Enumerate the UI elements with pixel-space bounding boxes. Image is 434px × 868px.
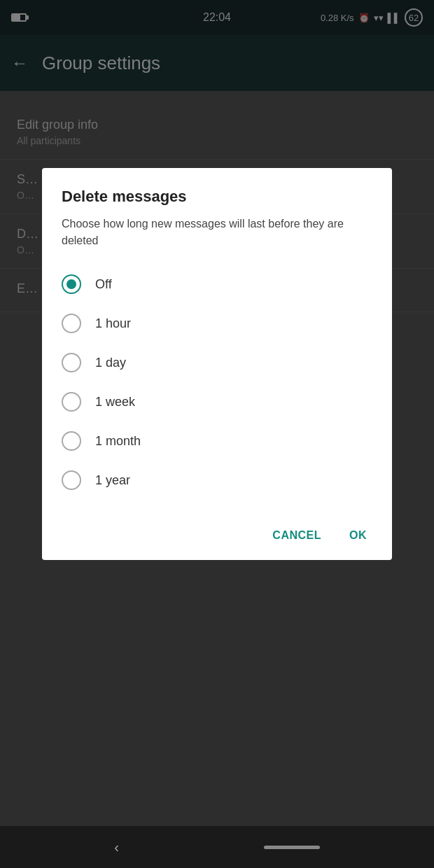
radio-item-1day[interactable]: 1 day — [62, 343, 372, 382]
radio-circle-1week — [62, 392, 81, 412]
radio-circle-1day — [62, 353, 81, 372]
ok-button[interactable]: OK — [344, 522, 372, 549]
radio-label-1day: 1 day — [95, 356, 126, 370]
radio-item-1hour[interactable]: 1 hour — [62, 304, 372, 343]
system-back-button[interactable]: ‹ — [114, 839, 119, 855]
radio-circle-1month — [62, 431, 81, 451]
radio-group: Off 1 hour 1 day 1 week 1 month 1 year — [62, 265, 372, 500]
dialog-actions: CANCEL OK — [62, 517, 372, 549]
delete-messages-dialog: Delete messages Choose how long new mess… — [42, 168, 392, 560]
radio-circle-off — [62, 274, 81, 294]
radio-item-1year[interactable]: 1 year — [62, 461, 372, 500]
radio-item-1week[interactable]: 1 week — [62, 382, 372, 421]
radio-label-1week: 1 week — [95, 395, 135, 410]
radio-item-off[interactable]: Off — [62, 265, 372, 304]
dialog-title: Delete messages — [62, 188, 372, 206]
radio-circle-1year — [62, 470, 81, 490]
home-pill[interactable] — [264, 846, 320, 849]
radio-label-off: Off — [95, 277, 112, 292]
radio-label-1month: 1 month — [95, 434, 141, 449]
radio-label-1hour: 1 hour — [95, 316, 131, 331]
radio-label-1year: 1 year — [95, 473, 130, 488]
dialog-description: Choose how long new messages will last b… — [62, 216, 372, 249]
bottom-nav-bar: ‹ — [0, 826, 434, 868]
cancel-button[interactable]: CANCEL — [267, 522, 327, 549]
radio-circle-1hour — [62, 314, 81, 333]
radio-item-1month[interactable]: 1 month — [62, 421, 372, 461]
